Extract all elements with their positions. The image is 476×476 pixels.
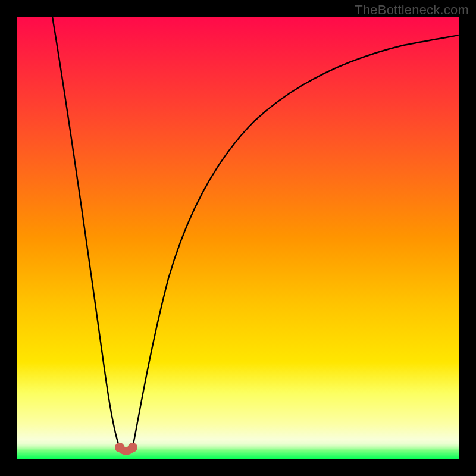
- trough-marker-right: [128, 443, 137, 452]
- trough-marker-left: [115, 443, 124, 452]
- chart-frame: [17, 17, 459, 459]
- bottleneck-curve: [17, 17, 459, 459]
- curve-right-branch: [133, 35, 459, 447]
- watermark-text: TheBottleneck.com: [355, 2, 469, 18]
- curve-left-branch: [52, 17, 120, 447]
